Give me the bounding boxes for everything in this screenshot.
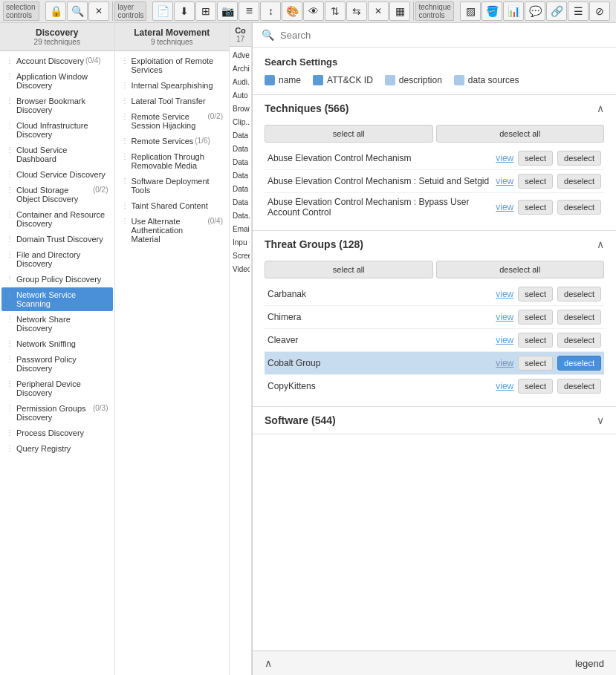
technique-taint-shared[interactable]: ⋮ Taint Shared Content	[117, 198, 228, 213]
software-section-header[interactable]: Software (544) ∨	[253, 407, 616, 434]
download-button[interactable]: ⬇	[174, 1, 195, 21]
technique-view-link-0[interactable]: view	[496, 153, 513, 163]
technique-software-deployment[interactable]: ⋮ Software Deployment Tools	[117, 174, 228, 198]
sort-button[interactable]: ↕	[260, 1, 281, 21]
technique-use-alternate-auth[interactable]: ⋮ Use Alternate Authentication Material …	[117, 214, 228, 247]
technique-audi[interactable]: Audi...	[231, 76, 250, 88]
technique-auto[interactable]: Auto Colle...	[231, 89, 250, 102]
table-button[interactable]: ▦	[389, 1, 410, 21]
technique-file-directory[interactable]: ⋮ File and Directory Discovery	[1, 247, 113, 271]
techniques-section-header[interactable]: Techniques (566) ∧	[253, 95, 616, 122]
technique-replication-removable[interactable]: ⋮ Replication Through Removable Media	[117, 149, 228, 173]
technique-adv[interactable]: Adve...	[231, 49, 250, 62]
threat-group-view-3[interactable]: view	[496, 358, 513, 368]
description-checkbox[interactable]	[385, 75, 395, 85]
technique-app-window[interactable]: ⋮ Application Window Discovery	[1, 69, 113, 93]
arrows-h-button[interactable]: ⇆	[346, 1, 367, 21]
technique-video[interactable]: Video...	[231, 263, 250, 275]
threat-group-select-btn-4[interactable]: select	[518, 379, 553, 394]
eye-button[interactable]: 👁	[303, 1, 324, 21]
grid-button[interactable]: ⊞	[195, 1, 216, 21]
technique-data-infor[interactable]: Data Infor Repo...	[231, 156, 250, 169]
technique-data-remo[interactable]: Data Remo Medi...	[231, 196, 250, 209]
technique-exploitation-remote[interactable]: ⋮ Exploitation of Remote Services	[117, 53, 228, 77]
technique-deselect-btn-0[interactable]: deselect	[557, 151, 601, 166]
legend-chevron-up-icon[interactable]: ∧	[265, 657, 272, 669]
technique-data-syste[interactable]: Data Syste...	[231, 169, 250, 182]
name-checkbox[interactable]	[265, 75, 275, 85]
threat-group-deselect-btn-3[interactable]: deselect	[557, 356, 601, 371]
technique-network-service[interactable]: ⋮ Network Service Scanning	[1, 287, 113, 311]
list-button[interactable]: ☰	[568, 1, 589, 21]
close-button[interactable]: ✕	[88, 1, 109, 21]
technique-internal-spear[interactable]: ⋮ Internal Spearphishing	[117, 78, 228, 93]
document-button[interactable]: 📄	[152, 1, 173, 21]
bar-chart-button[interactable]: 📊	[503, 1, 524, 21]
technique-cloud-storage[interactable]: ⋮ Cloud Storage Object Discovery (0/2)	[1, 183, 113, 206]
technique-data-stora[interactable]: Data Stora...	[231, 129, 250, 142]
threat-groups-section-header[interactable]: Threat Groups (128) ∧	[253, 231, 616, 258]
attck-checkbox[interactable]	[313, 75, 323, 85]
threat-group-view-1[interactable]: view	[496, 312, 513, 322]
datasources-checkbox[interactable]	[454, 75, 464, 85]
technique-permission-groups[interactable]: ⋮ Permission Groups Discovery (0/3)	[1, 401, 113, 425]
search-option-description[interactable]: description	[385, 75, 442, 85]
technique-deselect-btn-1[interactable]: deselect	[557, 174, 601, 189]
search-option-datasources[interactable]: data sources	[454, 75, 519, 85]
technique-view-link-2[interactable]: view	[496, 202, 513, 212]
search-option-attck[interactable]: ATT&CK ID	[313, 75, 373, 85]
technique-lateral-tool[interactable]: ⋮ Lateral Tool Transfer	[117, 94, 228, 108]
technique-remote-services[interactable]: ⋮ Remote Services (1/6)	[117, 134, 228, 149]
technique-peripheral[interactable]: ⋮ Peripheral Device Discovery	[1, 376, 113, 400]
no-fill-button[interactable]: ⊘	[589, 1, 610, 21]
technique-browser-bookmark[interactable]: ⋮ Browser Bookmark Discovery	[1, 94, 113, 117]
technique-select-btn-0[interactable]: select	[518, 151, 553, 166]
paint-button[interactable]: 🪣	[482, 1, 502, 21]
technique-select-btn-1[interactable]: select	[518, 174, 553, 189]
search-input[interactable]	[280, 30, 607, 41]
threat-group-deselect-btn-0[interactable]: deselect	[557, 287, 601, 301]
comment-button[interactable]: 💬	[525, 1, 545, 21]
technique-network-share[interactable]: ⋮ Network Share Discovery	[1, 312, 113, 336]
technique-cloud-dashboard[interactable]: ⋮ Cloud Service Dashboard	[1, 143, 113, 166]
technique-process[interactable]: ⋮ Process Discovery	[1, 425, 113, 440]
threat-group-view-4[interactable]: view	[496, 381, 513, 391]
arrows-v-button[interactable]: ⇅	[325, 1, 346, 21]
technique-brow-sessi[interactable]: Brow Sessi Hija...	[231, 102, 250, 115]
technique-remote-session-hijack[interactable]: ⋮ Remote Service Session Hijacking (0/2)	[117, 109, 228, 133]
threat-group-select-btn-0[interactable]: select	[518, 287, 553, 301]
threat-group-deselect-btn-4[interactable]: deselect	[557, 379, 601, 394]
technique-view-link-1[interactable]: view	[496, 176, 513, 186]
technique-inpu[interactable]: Inpu Captu...	[231, 236, 250, 249]
palette-button[interactable]: 🎨	[282, 1, 302, 21]
filter-button[interactable]: ≡	[239, 1, 259, 21]
hatch-button[interactable]: ▨	[460, 1, 481, 21]
technique-query-registry[interactable]: ⋮ Query Registry	[1, 441, 113, 456]
threat-group-view-0[interactable]: view	[496, 289, 513, 299]
technique-scree[interactable]: Scree...	[231, 250, 250, 262]
search-option-name[interactable]: name	[265, 75, 301, 85]
search-button[interactable]: 🔍	[67, 1, 88, 21]
threat-group-view-2[interactable]: view	[496, 335, 513, 345]
technique-network-sniffing[interactable]: ⋮ Network Sniffing	[1, 336, 113, 351]
threat-group-deselect-btn-2[interactable]: deselect	[557, 333, 601, 348]
technique-cloud-service[interactable]: ⋮ Cloud Service Discovery	[1, 167, 113, 182]
technique-archi[interactable]: Archi Colle Data	[231, 62, 250, 75]
threat-group-deselect-btn-1[interactable]: deselect	[557, 310, 601, 325]
threat-group-select-btn-1[interactable]: select	[518, 310, 553, 325]
technique-container[interactable]: ⋮ Container and Resource Discovery	[1, 207, 113, 231]
camera-button[interactable]: 📷	[217, 1, 238, 21]
technique-password-policy[interactable]: ⋮ Password Policy Discovery	[1, 352, 113, 376]
lock-button[interactable]: 🔒	[45, 1, 66, 21]
threat-groups-select-all-button[interactable]: select all	[265, 261, 433, 278]
link-button[interactable]: 🔗	[546, 1, 567, 21]
technique-group-policy[interactable]: ⋮ Group Policy Discovery	[1, 272, 113, 287]
techniques-deselect-all-button[interactable]: deselect all	[436, 125, 605, 143]
technique-data-confi[interactable]: Data Confi Repo...	[231, 143, 250, 155]
technique-deselect-btn-2[interactable]: deselect	[557, 200, 601, 215]
threat-group-select-btn-3[interactable]: select	[518, 356, 553, 371]
technique-data-netw[interactable]: Data Netw Drive...	[231, 183, 250, 195]
threat-group-select-btn-2[interactable]: select	[518, 333, 553, 348]
technique-clip[interactable]: Clip...	[231, 116, 250, 128]
technique-emai[interactable]: Emai Colle...	[231, 223, 250, 235]
